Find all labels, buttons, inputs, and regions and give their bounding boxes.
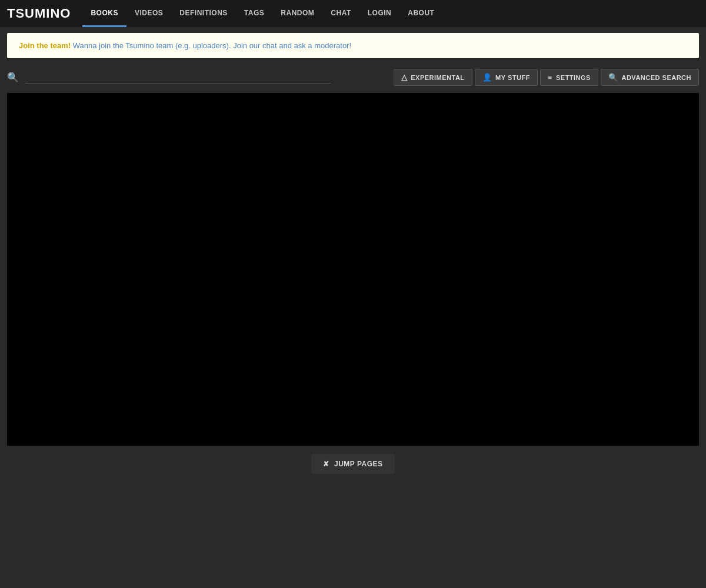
search-buttons: △ EXPERIMENTAL 👤 MY STUFF ≡ SETTINGS 🔍 A… xyxy=(394,69,699,86)
experimental-button[interactable]: △ EXPERIMENTAL xyxy=(394,69,472,86)
jump-pages-icon: ✘ xyxy=(323,460,329,468)
search-icon: 🔍 xyxy=(7,72,19,83)
mystuff-icon: 👤 xyxy=(482,73,492,82)
nav-link-videos[interactable]: VIDEOS xyxy=(126,0,171,27)
nav-item-definitions[interactable]: DEFINITIONS xyxy=(171,0,236,27)
nav-item-about[interactable]: ABOUT xyxy=(399,0,442,27)
search-input[interactable] xyxy=(25,71,331,83)
nav-link-about[interactable]: ABOUT xyxy=(399,0,442,27)
navbar: TSUMINO BOOKS VIDEOS DEFINITIONS TAGS RA… xyxy=(0,0,706,27)
advanced-search-button[interactable]: 🔍 ADVANCED SEARCH xyxy=(601,69,699,86)
advanced-search-icon: 🔍 xyxy=(608,73,618,82)
experimental-label: EXPERIMENTAL xyxy=(411,74,464,81)
jump-pages-container: ✘ JUMP PAGES xyxy=(0,454,706,474)
mystuff-label: MY STUFF xyxy=(495,74,530,81)
mystuff-button[interactable]: 👤 MY STUFF xyxy=(475,69,538,86)
nav-link-chat[interactable]: CHAT xyxy=(322,0,359,27)
nav-link-books[interactable]: BOOKS xyxy=(82,0,126,27)
nav-item-books[interactable]: BOOKS xyxy=(82,0,126,27)
banner-message: Wanna join the Tsumino team (e.g. upload… xyxy=(73,41,351,50)
nav-item-login[interactable]: LOGIN xyxy=(359,0,400,27)
banner-prefix: Join the team! xyxy=(19,41,71,50)
experimental-icon: △ xyxy=(401,73,408,82)
settings-button[interactable]: ≡ SETTINGS xyxy=(540,69,598,86)
nav-item-random[interactable]: RANDOM xyxy=(272,0,322,27)
nav-link-login[interactable]: LOGIN xyxy=(359,0,400,27)
nav-item-videos[interactable]: VIDEOS xyxy=(126,0,171,27)
nav-link-random[interactable]: RANDOM xyxy=(272,0,322,27)
brand-name: TSUMINO xyxy=(7,6,71,21)
search-bar-row: 🔍 △ EXPERIMENTAL 👤 MY STUFF ≡ SETTINGS 🔍… xyxy=(0,64,706,91)
nav-item-tags[interactable]: TAGS xyxy=(236,0,272,27)
nav-link-tags[interactable]: TAGS xyxy=(236,0,272,27)
settings-label: SETTINGS xyxy=(556,74,591,81)
advanced-search-label: ADVANCED SEARCH xyxy=(621,74,691,81)
join-team-banner: Join the team! Wanna join the Tsumino te… xyxy=(7,33,699,58)
settings-icon: ≡ xyxy=(548,73,552,82)
nav-links: BOOKS VIDEOS DEFINITIONS TAGS RANDOM CHA… xyxy=(82,0,442,27)
main-content-area xyxy=(7,93,699,446)
nav-link-definitions[interactable]: DEFINITIONS xyxy=(171,0,236,27)
brand-logo[interactable]: TSUMINO xyxy=(7,6,71,21)
nav-item-chat[interactable]: CHAT xyxy=(322,0,359,27)
jump-pages-label: JUMP PAGES xyxy=(334,460,383,468)
jump-pages-button[interactable]: ✘ JUMP PAGES xyxy=(311,454,394,474)
